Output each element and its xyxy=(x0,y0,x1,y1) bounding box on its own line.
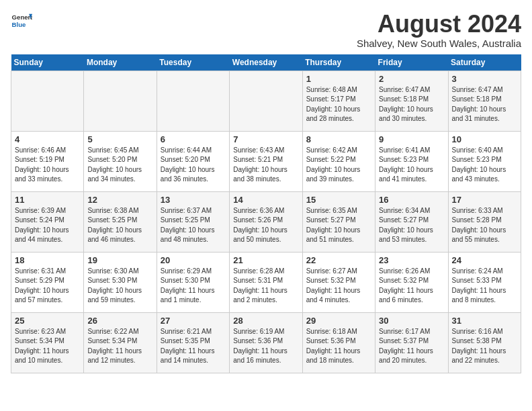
calendar-cell: 20Sunrise: 6:29 AM Sunset: 5:30 PM Dayli… xyxy=(157,252,229,312)
calendar-cell xyxy=(84,71,157,131)
calendar-cell: 16Sunrise: 6:34 AM Sunset: 5:27 PM Dayli… xyxy=(375,191,448,252)
calendar-cell xyxy=(11,71,84,131)
day-number: 9 xyxy=(379,134,444,144)
day-number: 1 xyxy=(306,74,371,84)
day-number: 22 xyxy=(306,255,371,265)
day-number: 12 xyxy=(87,195,152,205)
week-row-2: 4Sunrise: 6:46 AM Sunset: 5:19 PM Daylig… xyxy=(11,131,521,191)
day-info: Sunrise: 6:47 AM Sunset: 5:18 PM Dayligh… xyxy=(379,85,444,124)
calendar-cell: 5Sunrise: 6:45 AM Sunset: 5:20 PM Daylig… xyxy=(84,131,157,191)
calendar-cell: 28Sunrise: 6:19 AM Sunset: 5:36 PM Dayli… xyxy=(230,312,302,373)
day-header-sunday: Sunday xyxy=(11,54,84,71)
calendar-cell xyxy=(157,71,229,131)
day-info: Sunrise: 6:47 AM Sunset: 5:18 PM Dayligh… xyxy=(452,85,517,124)
day-header-tuesday: Tuesday xyxy=(157,54,229,71)
day-number: 18 xyxy=(15,255,80,265)
calendar-cell: 4Sunrise: 6:46 AM Sunset: 5:19 PM Daylig… xyxy=(11,131,84,191)
page-header: General Blue August 2024 Shalvey, New So… xyxy=(11,11,521,49)
day-number: 15 xyxy=(306,195,371,205)
day-info: Sunrise: 6:48 AM Sunset: 5:17 PM Dayligh… xyxy=(306,85,371,124)
day-number: 17 xyxy=(452,195,517,205)
day-info: Sunrise: 6:42 AM Sunset: 5:22 PM Dayligh… xyxy=(306,146,371,185)
calendar-cell: 23Sunrise: 6:26 AM Sunset: 5:32 PM Dayli… xyxy=(375,252,448,312)
calendar-cell: 8Sunrise: 6:42 AM Sunset: 5:22 PM Daylig… xyxy=(302,131,375,191)
day-info: Sunrise: 6:37 AM Sunset: 5:25 PM Dayligh… xyxy=(161,206,226,245)
calendar-cell: 9Sunrise: 6:41 AM Sunset: 5:23 PM Daylig… xyxy=(375,131,448,191)
day-info: Sunrise: 6:30 AM Sunset: 5:30 PM Dayligh… xyxy=(87,267,152,306)
day-number: 26 xyxy=(87,316,152,326)
day-number: 11 xyxy=(15,195,80,205)
calendar-cell: 1Sunrise: 6:48 AM Sunset: 5:17 PM Daylig… xyxy=(302,71,375,131)
day-info: Sunrise: 6:29 AM Sunset: 5:30 PM Dayligh… xyxy=(161,267,226,306)
week-row-3: 11Sunrise: 6:39 AM Sunset: 5:24 PM Dayli… xyxy=(11,191,521,252)
day-info: Sunrise: 6:16 AM Sunset: 5:38 PM Dayligh… xyxy=(452,327,517,366)
day-number: 28 xyxy=(233,316,298,326)
day-info: Sunrise: 6:24 AM Sunset: 5:33 PM Dayligh… xyxy=(452,267,517,306)
day-info: Sunrise: 6:22 AM Sunset: 5:34 PM Dayligh… xyxy=(87,327,152,366)
day-header-thursday: Thursday xyxy=(302,54,375,71)
day-number: 31 xyxy=(452,316,517,326)
day-info: Sunrise: 6:41 AM Sunset: 5:23 PM Dayligh… xyxy=(379,146,444,185)
day-number: 7 xyxy=(233,134,298,144)
day-number: 24 xyxy=(452,255,517,265)
calendar-cell: 18Sunrise: 6:31 AM Sunset: 5:29 PM Dayli… xyxy=(11,252,84,312)
day-info: Sunrise: 6:28 AM Sunset: 5:31 PM Dayligh… xyxy=(233,267,298,306)
day-info: Sunrise: 6:17 AM Sunset: 5:37 PM Dayligh… xyxy=(379,327,444,366)
month-year: August 2024 xyxy=(357,11,521,38)
day-number: 14 xyxy=(233,195,298,205)
day-number: 25 xyxy=(15,316,80,326)
day-number: 6 xyxy=(161,134,226,144)
day-number: 10 xyxy=(452,134,517,144)
day-header-friday: Friday xyxy=(375,54,448,71)
day-info: Sunrise: 6:35 AM Sunset: 5:27 PM Dayligh… xyxy=(306,206,371,245)
day-number: 21 xyxy=(233,255,298,265)
calendar-cell: 2Sunrise: 6:47 AM Sunset: 5:18 PM Daylig… xyxy=(375,71,448,131)
day-number: 23 xyxy=(379,255,444,265)
calendar-cell: 14Sunrise: 6:36 AM Sunset: 5:26 PM Dayli… xyxy=(230,191,302,252)
days-header-row: SundayMondayTuesdayWednesdayThursdayFrid… xyxy=(11,54,521,71)
calendar-cell: 6Sunrise: 6:44 AM Sunset: 5:20 PM Daylig… xyxy=(157,131,229,191)
day-number: 5 xyxy=(87,134,152,144)
day-header-monday: Monday xyxy=(84,54,157,71)
day-number: 19 xyxy=(87,255,152,265)
location: Shalvey, New South Wales, Australia xyxy=(357,38,521,49)
calendar-cell: 30Sunrise: 6:17 AM Sunset: 5:37 PM Dayli… xyxy=(375,312,448,373)
day-info: Sunrise: 6:23 AM Sunset: 5:34 PM Dayligh… xyxy=(15,327,80,366)
day-info: Sunrise: 6:18 AM Sunset: 5:36 PM Dayligh… xyxy=(306,327,371,366)
calendar-cell: 17Sunrise: 6:33 AM Sunset: 5:28 PM Dayli… xyxy=(448,191,521,252)
logo: General Blue xyxy=(11,11,32,32)
title-block: August 2024 Shalvey, New South Wales, Au… xyxy=(357,11,521,49)
logo-icon: General Blue xyxy=(11,11,32,32)
day-info: Sunrise: 6:33 AM Sunset: 5:28 PM Dayligh… xyxy=(452,206,517,245)
day-info: Sunrise: 6:34 AM Sunset: 5:27 PM Dayligh… xyxy=(379,206,444,245)
calendar-cell: 12Sunrise: 6:38 AM Sunset: 5:25 PM Dayli… xyxy=(84,191,157,252)
day-info: Sunrise: 6:26 AM Sunset: 5:32 PM Dayligh… xyxy=(379,267,444,306)
calendar-table: SundayMondayTuesdayWednesdayThursdayFrid… xyxy=(11,54,521,373)
day-number: 3 xyxy=(452,74,517,84)
day-number: 30 xyxy=(379,316,444,326)
calendar-cell: 31Sunrise: 6:16 AM Sunset: 5:38 PM Dayli… xyxy=(448,312,521,373)
day-info: Sunrise: 6:45 AM Sunset: 5:20 PM Dayligh… xyxy=(87,146,152,185)
day-number: 8 xyxy=(306,134,371,144)
week-row-1: 1Sunrise: 6:48 AM Sunset: 5:17 PM Daylig… xyxy=(11,71,521,131)
svg-text:Blue: Blue xyxy=(12,21,26,28)
day-info: Sunrise: 6:27 AM Sunset: 5:32 PM Dayligh… xyxy=(306,267,371,306)
calendar-cell: 27Sunrise: 6:21 AM Sunset: 5:35 PM Dayli… xyxy=(157,312,229,373)
day-number: 13 xyxy=(161,195,226,205)
calendar-cell: 11Sunrise: 6:39 AM Sunset: 5:24 PM Dayli… xyxy=(11,191,84,252)
day-info: Sunrise: 6:43 AM Sunset: 5:21 PM Dayligh… xyxy=(233,146,298,185)
day-header-wednesday: Wednesday xyxy=(230,54,302,71)
calendar-cell: 21Sunrise: 6:28 AM Sunset: 5:31 PM Dayli… xyxy=(230,252,302,312)
calendar-cell: 29Sunrise: 6:18 AM Sunset: 5:36 PM Dayli… xyxy=(302,312,375,373)
calendar-cell: 10Sunrise: 6:40 AM Sunset: 5:23 PM Dayli… xyxy=(448,131,521,191)
day-header-saturday: Saturday xyxy=(448,54,521,71)
day-info: Sunrise: 6:44 AM Sunset: 5:20 PM Dayligh… xyxy=(161,146,226,185)
calendar-cell: 22Sunrise: 6:27 AM Sunset: 5:32 PM Dayli… xyxy=(302,252,375,312)
day-info: Sunrise: 6:21 AM Sunset: 5:35 PM Dayligh… xyxy=(161,327,226,366)
day-info: Sunrise: 6:38 AM Sunset: 5:25 PM Dayligh… xyxy=(87,206,152,245)
calendar-cell: 15Sunrise: 6:35 AM Sunset: 5:27 PM Dayli… xyxy=(302,191,375,252)
week-row-5: 25Sunrise: 6:23 AM Sunset: 5:34 PM Dayli… xyxy=(11,312,521,373)
day-info: Sunrise: 6:40 AM Sunset: 5:23 PM Dayligh… xyxy=(452,146,517,185)
day-number: 2 xyxy=(379,74,444,84)
day-number: 29 xyxy=(306,316,371,326)
